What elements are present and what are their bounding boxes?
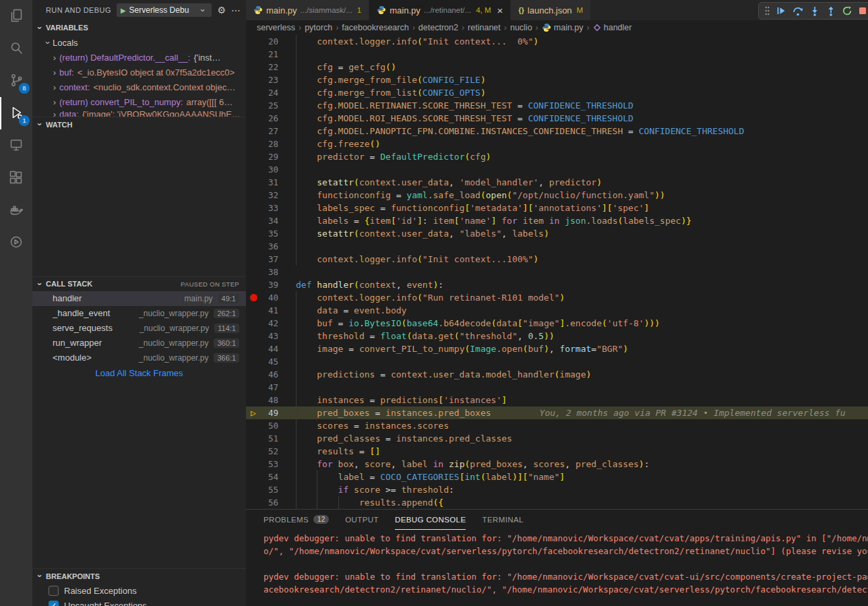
more-actions-icon[interactable]: ⋯ xyxy=(231,5,241,16)
callstack-frame[interactable]: <module>_nuclio_wrapper.py366:1 xyxy=(32,351,246,365)
code-line[interactable]: 37context.logger.info("Init context...10… xyxy=(246,253,868,266)
breakpoint-gutter[interactable] xyxy=(246,48,261,61)
code-text[interactable] xyxy=(296,163,868,176)
code-text[interactable]: cfg.merge_from_list(CONFIG_OPTS) xyxy=(296,86,868,99)
code-text[interactable]: cfg.MODEL.RETINANET.SCORE_THRESH_TEST = … xyxy=(296,99,868,112)
code-line[interactable]: 41data = event.body xyxy=(246,304,868,317)
checkbox[interactable]: ✓ xyxy=(49,601,59,606)
activity-item-explorer[interactable] xyxy=(0,0,32,32)
activity-item-source-control[interactable]: 8 xyxy=(0,65,32,97)
code-line[interactable]: 22cfg = get_cfg() xyxy=(246,61,868,73)
code-text[interactable]: cfg.MODEL.PANOPTIC_FPN.COMBINE.INSTANCES… xyxy=(296,125,868,138)
code-text[interactable]: labels_spec = functionconfig['metadata']… xyxy=(296,202,868,214)
current-frame-arrow[interactable]: ▷ xyxy=(246,406,261,419)
code-line[interactable]: 40context.logger.info("Run retinanet-R10… xyxy=(246,291,868,304)
variable-row[interactable]: ›buf:<_io.BytesIO object at 0x7f5a2dc1ec… xyxy=(32,65,246,80)
code-text[interactable]: pred_boxes = instances.pred_boxesYou, 2 … xyxy=(296,406,868,419)
activity-item-docker[interactable] xyxy=(0,194,32,226)
code-line[interactable]: 29predictor = DefaultPredictor(cfg) xyxy=(246,150,868,163)
breakpoint-gutter[interactable] xyxy=(246,432,261,445)
code-line[interactable]: 25cfg.MODEL.RETINANET.SCORE_THRESH_TEST … xyxy=(246,99,868,112)
debug-config-picker[interactable]: ▶ Serverless Debu › xyxy=(117,3,212,17)
editor-tab-launch.json[interactable]: {}launch.jsonM xyxy=(511,0,590,20)
code-text[interactable]: cfg.merge_from_file(CONFIG_FILE) xyxy=(296,73,868,86)
breakpoint-gutter[interactable] xyxy=(246,176,261,189)
code-text[interactable]: def handler(context, event): xyxy=(296,278,868,291)
breakpoint-gutter[interactable] xyxy=(246,125,261,138)
breadcrumb-item-detectron2[interactable]: detectron2 xyxy=(418,23,458,32)
breakpoint-gutter[interactable] xyxy=(246,86,261,99)
activity-item-remote-explorer[interactable] xyxy=(0,129,32,162)
breakpoint-gutter[interactable] xyxy=(246,317,261,330)
restart-button[interactable] xyxy=(842,6,852,16)
code-line[interactable]: 50scores = instances.scores xyxy=(246,419,868,432)
breakpoint-gutter[interactable] xyxy=(246,227,261,240)
breadcrumb-item-main.py[interactable]: main.py xyxy=(542,23,584,32)
breadcrumb-item-pytorch[interactable]: pytorch xyxy=(305,23,332,32)
code-text[interactable]: scores = instances.scores xyxy=(296,419,868,432)
code-line[interactable]: 26cfg.MODEL.ROI_HEADS.SCORE_THRESH_TEST … xyxy=(246,112,868,125)
panel-tab-problems[interactable]: PROBLEMS12 xyxy=(264,510,329,530)
code-line[interactable]: 45 xyxy=(246,355,868,368)
code-line[interactable]: 56results.append({ xyxy=(246,496,868,509)
code-line[interactable]: 24cfg.merge_from_list(CONFIG_OPTS) xyxy=(246,86,868,99)
breakpoint-gutter[interactable] xyxy=(246,419,261,432)
breakpoint-gutter[interactable] xyxy=(246,253,261,266)
checkbox[interactable] xyxy=(49,586,59,596)
breakpoint-gutter[interactable] xyxy=(246,330,261,342)
code-line[interactable]: 47 xyxy=(246,381,868,394)
code-text[interactable]: for box, score, label in zip(pred_boxes,… xyxy=(296,458,868,471)
code-line[interactable]: ▷49pred_boxes = instances.pred_boxesYou,… xyxy=(246,406,868,419)
breakpoint-item[interactable]: Raised Exceptions xyxy=(32,583,246,598)
breakpoint-gutter[interactable] xyxy=(246,138,261,150)
breakpoint-gutter[interactable] xyxy=(246,445,261,458)
code-line[interactable]: 33labels_spec = functionconfig['metadata… xyxy=(246,202,868,214)
breadcrumb-item-serverless[interactable]: serverless xyxy=(257,23,295,32)
code-text[interactable]: cfg.MODEL.ROI_HEADS.SCORE_THRESH_TEST = … xyxy=(296,112,868,125)
breakpoint-gutter[interactable] xyxy=(246,202,261,214)
activity-item-run-circle[interactable] xyxy=(0,226,32,259)
breadcrumb-item-handler[interactable]: handler xyxy=(593,23,632,32)
code-text[interactable]: buf = io.BytesIO(base64.b64decode(data["… xyxy=(296,317,868,330)
breakpoint-item[interactable]: ✓Uncaught Exceptions xyxy=(32,598,246,606)
load-all-stack-frames-link[interactable]: Load All Stack Frames xyxy=(32,365,246,382)
breakpoint-gutter[interactable] xyxy=(246,163,261,176)
debug-console-output[interactable]: pydev debugger: unable to find translati… xyxy=(246,530,868,606)
code-text[interactable] xyxy=(296,240,868,253)
code-line[interactable]: 51pred_classes = instances.pred_classes xyxy=(246,432,868,445)
breakpoint-gutter[interactable] xyxy=(246,471,261,483)
panel-tab-debug-console[interactable]: DEBUG CONSOLE xyxy=(395,510,466,530)
code-line[interactable]: 54label = COCO_CATEGORIES[int(label)]["n… xyxy=(246,471,868,483)
code-line[interactable]: 52results = [] xyxy=(246,445,868,458)
code-text[interactable]: setattr(context.user_data, "labels", lab… xyxy=(296,227,868,240)
callstack-frame[interactable]: serve_requests_nuclio_wrapper.py114:1 xyxy=(32,321,246,336)
code-text[interactable]: pred_classes = instances.pred_classes xyxy=(296,432,868,445)
code-line[interactable]: 42buf = io.BytesIO(base64.b64decode(data… xyxy=(246,317,868,330)
code-line[interactable]: 35setattr(context.user_data, "labels", l… xyxy=(246,227,868,240)
code-line[interactable]: 31setattr(context.user_data, 'model_hand… xyxy=(246,176,868,189)
gear-icon[interactable]: ⚙ xyxy=(217,5,226,16)
code-line[interactable]: 21 xyxy=(246,48,868,61)
variable-row[interactable]: ›(return) convert_PIL_to_numpy:array([[[… xyxy=(32,94,246,109)
breakpoint-gutter[interactable] xyxy=(246,99,261,112)
code-line[interactable]: 30 xyxy=(246,163,868,176)
code-editor[interactable]: 20context.logger.info("Init context... 0… xyxy=(246,35,868,509)
editor-tab-main.py[interactable]: main.py.../retinanet/...4, M× xyxy=(369,0,510,20)
code-text[interactable]: labels = {item['id']: item['name'] for i… xyxy=(296,214,868,227)
activity-item-search[interactable] xyxy=(0,32,32,65)
breakpoint-gutter[interactable] xyxy=(246,150,261,163)
breakpoint-gutter[interactable] xyxy=(246,266,261,278)
code-line[interactable]: 34labels = {item['id']: item['name'] for… xyxy=(246,214,868,227)
breakpoint-gutter[interactable] xyxy=(246,368,261,381)
breadcrumb-item-nuclio[interactable]: nuclio xyxy=(510,23,532,32)
code-text[interactable]: context.logger.info("Init context...100%… xyxy=(296,253,868,266)
activity-item-extensions[interactable] xyxy=(0,162,32,194)
code-text[interactable]: label = COCO_CATEGORIES[int(label)]["nam… xyxy=(296,471,868,483)
code-text[interactable]: threshold = float(data.get("threshold", … xyxy=(296,330,868,342)
code-line[interactable]: 27cfg.MODEL.PANOPTIC_FPN.COMBINE.INSTANC… xyxy=(246,125,868,138)
code-text[interactable]: image = convert_PIL_to_numpy(Image.open(… xyxy=(296,342,868,355)
breakpoint-gutter[interactable] xyxy=(246,381,261,394)
breakpoint-gutter[interactable] xyxy=(246,394,261,406)
activity-item-run-and-debug[interactable]: 1 xyxy=(0,97,32,129)
breadcrumb-item-facebookresearch[interactable]: facebookresearch xyxy=(342,23,408,32)
